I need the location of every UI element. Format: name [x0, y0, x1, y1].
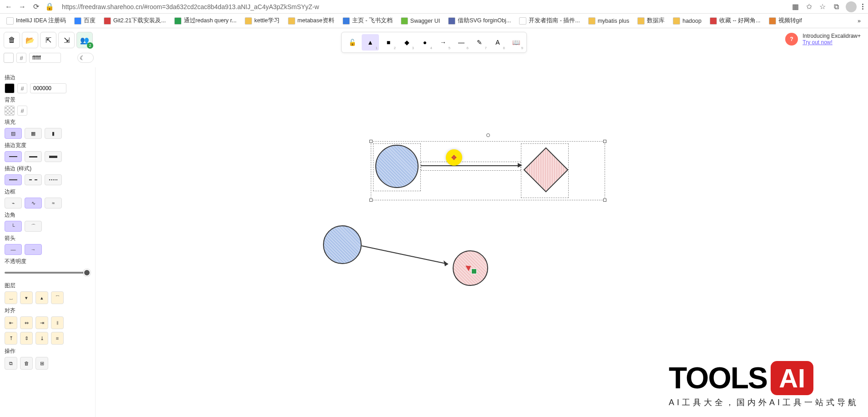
hash-label: #: [17, 83, 27, 93]
file-toolbar: 🗑 📂 ⇱ ⇲ 👥2: [4, 32, 93, 48]
fill-cross[interactable]: ▩: [25, 128, 42, 139]
bookmark-item[interactable]: 视频转gif: [766, 15, 805, 26]
align-right[interactable]: ⇥: [35, 316, 48, 329]
label-sloppiness: 边框: [5, 188, 91, 196]
forward-button[interactable]: →: [18, 3, 26, 11]
bg-color-swatch[interactable]: [5, 106, 15, 116]
align-vcenter[interactable]: ⇕: [20, 332, 33, 345]
promo-title: Introducing Excalidraw+: [802, 33, 861, 39]
bookmark-item[interactable]: metabase资料: [285, 15, 337, 26]
fill-hachure[interactable]: ▨: [5, 128, 22, 139]
canvas-ellipse-blue-2[interactable]: [323, 225, 362, 264]
style-dashed[interactable]: [25, 174, 42, 185]
align-hcenter[interactable]: ⇔: [20, 316, 33, 329]
sloppy-artist[interactable]: ∿: [25, 198, 42, 208]
stroke-color-input[interactable]: [30, 83, 66, 93]
profile-avatar[interactable]: [846, 1, 857, 12]
opacity-slider[interactable]: [5, 268, 91, 277]
save-button[interactable]: ⇲: [58, 32, 75, 48]
reload-button[interactable]: ⟳: [32, 3, 40, 11]
width-thick[interactable]: [45, 151, 62, 162]
watermark-ai: AI: [771, 361, 813, 395]
dist-h[interactable]: ⫴: [51, 316, 64, 329]
collections-icon[interactable]: ⧉: [832, 3, 840, 11]
bookmark-item[interactable]: IntelliJ IDEA 注册码: [4, 15, 69, 26]
delete-selection-button[interactable]: 🗑: [20, 357, 33, 370]
hash-label: #: [17, 106, 27, 116]
style-solid[interactable]: [5, 174, 22, 185]
group-button[interactable]: ⊞: [35, 357, 48, 370]
label-stroke-width: 描边宽度: [5, 142, 91, 149]
style-dotted[interactable]: [45, 174, 62, 185]
fill-solid[interactable]: ▮: [45, 128, 62, 139]
bookmark-item[interactable]: Swagger UI: [398, 16, 443, 26]
app-mode-icon[interactable]: ▦: [791, 3, 799, 11]
label-actions: 操作: [5, 347, 91, 355]
canvas-arrow-2[interactable]: [359, 241, 455, 269]
browser-address-bar: ← → ⟳ 🔒 https://freedraw.sharehoo.cn/#ro…: [0, 0, 868, 14]
favorite-star-icon[interactable]: ✩: [805, 3, 813, 11]
bookmarks-overflow[interactable]: »: [854, 16, 864, 26]
label-opacity: 不透明度: [5, 258, 91, 265]
edge-sharp[interactable]: └: [5, 221, 22, 232]
bookmark-item[interactable]: 主页 - 飞书文档: [340, 15, 395, 26]
bookmark-item[interactable]: Git2.21下载安装及...: [101, 15, 169, 26]
arrow-start-none[interactable]: —: [5, 244, 22, 255]
bookmark-item[interactable]: kettle学习: [242, 15, 283, 26]
label-stroke-style: 描边 (样式): [5, 165, 91, 173]
watermark: TOOLS AI AI工具大全，国内外AI工具一站式导航: [669, 361, 859, 408]
promo-banner: ? Introducing Excalidraw+ Try out now!: [785, 33, 861, 46]
width-medium[interactable]: [25, 151, 42, 162]
sloppy-architect[interactable]: ⌁: [5, 198, 22, 208]
width-thin[interactable]: [5, 151, 22, 162]
open-button[interactable]: 📂: [22, 32, 38, 48]
more-menu-icon[interactable]: [862, 4, 863, 10]
bookmark-item[interactable]: hadoop: [670, 16, 704, 26]
align-left[interactable]: ⇤: [5, 316, 17, 329]
dist-v[interactable]: ≡: [51, 332, 64, 345]
help-icon[interactable]: ?: [785, 33, 798, 46]
collaboration-button[interactable]: 👥2: [76, 32, 93, 48]
bookmark-item[interactable]: mybatis plus: [585, 16, 632, 26]
url-text[interactable]: https://freedraw.sharehoo.cn/#room=3da63…: [59, 3, 786, 10]
bookmark-item[interactable]: 数据库: [635, 15, 667, 26]
bookmark-item[interactable]: 开发者指南 - 插件...: [516, 15, 583, 26]
canvas[interactable]: TOOLS AI AI工具大全，国内外AI工具一站式导航: [96, 46, 868, 417]
svg-marker-1: [444, 260, 448, 266]
back-button[interactable]: ←: [5, 3, 13, 11]
canvas-ellipse-blue[interactable]: [375, 145, 419, 188]
send-backward[interactable]: ▾: [20, 291, 33, 304]
bring-to-front[interactable]: ⎴: [51, 291, 64, 304]
properties-panel: 描边 # 背景 # 填充 ▨ ▩ ▮ 描边宽度 描边 (样式) 边框 ⌁ ∿ ≈…: [0, 67, 96, 417]
selection-item: [421, 162, 521, 171]
canvas-arrow[interactable]: [421, 165, 519, 166]
bookmark-item[interactable]: 百度: [71, 15, 98, 26]
hash-label: #: [16, 53, 26, 63]
label-arrowheads: 箭头: [5, 234, 91, 242]
bring-forward[interactable]: ▴: [35, 291, 48, 304]
promo-link[interactable]: Try out now!: [802, 39, 861, 46]
canvas-bg-swatch[interactable]: [4, 53, 14, 63]
edge-round[interactable]: ⌒: [25, 221, 42, 232]
arrow-end-arrow[interactable]: →: [25, 244, 42, 255]
duplicate-button[interactable]: ⧉: [5, 357, 17, 370]
dark-mode-toggle[interactable]: [77, 53, 94, 63]
bookmark-item[interactable]: 借助SVG forginObj...: [445, 15, 514, 26]
bookmark-item[interactable]: 收藏 -- 好网角...: [707, 15, 763, 26]
delete-button[interactable]: 🗑: [4, 32, 20, 48]
label-edges: 边角: [5, 211, 91, 219]
sloppy-cartoonist[interactable]: ≈: [45, 198, 62, 208]
favorites-icon[interactable]: ☆: [818, 3, 827, 11]
label-layers: 图层: [5, 282, 91, 290]
send-to-back[interactable]: ⎵: [5, 291, 17, 304]
bookmark-item[interactable]: 通过redash query r...: [172, 15, 239, 26]
arrow-head-icon: [518, 163, 522, 168]
collab-cursor: [467, 264, 471, 270]
align-bottom[interactable]: ⤓: [35, 332, 48, 345]
export-button[interactable]: ⇱: [40, 32, 56, 48]
collab-count-badge: 2: [87, 42, 93, 49]
stroke-color-swatch[interactable]: [5, 83, 15, 93]
canvas-bg-input[interactable]: [29, 53, 61, 63]
bookmarks-bar: IntelliJ IDEA 注册码百度Git2.21下载安装及...通过reda…: [0, 14, 868, 28]
align-top[interactable]: ⤒: [5, 332, 17, 345]
